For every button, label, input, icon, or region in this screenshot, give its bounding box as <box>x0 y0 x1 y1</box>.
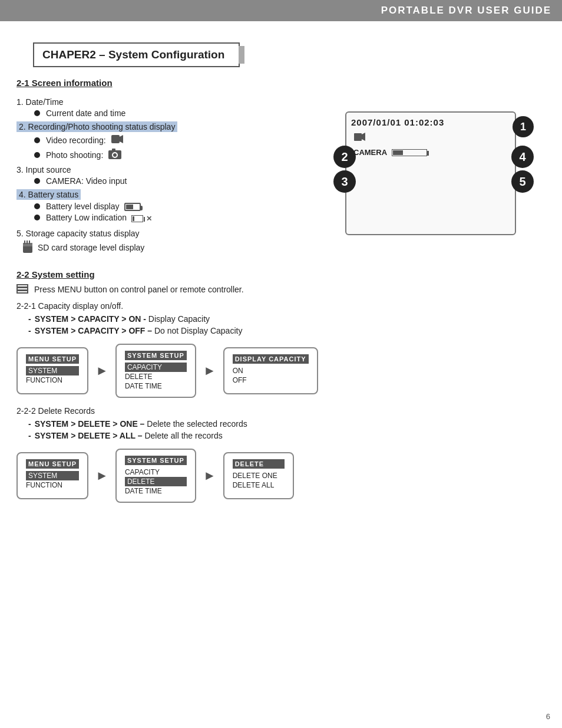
section-22-heading: 2-2 System setting <box>16 269 546 279</box>
svg-marker-1 <box>120 135 123 143</box>
menu-box-1: MENU SETUP SYSTEM FUNCTION <box>16 347 88 394</box>
menu-box-6: DELETE DELETE ONE DELETE ALL <box>223 452 294 499</box>
item-4-title: 4. Battery status <box>16 189 322 200</box>
photo-shooting-icon <box>108 148 122 162</box>
delete-one-item: - SYSTEM > DELETE > ONE – Delete the sel… <box>28 419 546 429</box>
menu-box-4: MENU SETUP SYSTEM FUNCTION <box>16 452 88 499</box>
bullet-dot <box>34 137 40 143</box>
battery-low-icon: ✕ <box>131 213 152 222</box>
capacity-on-item: - SYSTEM > CAPACITY > ON - Display Capac… <box>28 314 546 324</box>
bullet-dot <box>34 215 40 220</box>
menu-box-2: SYSTEM SETUP CAPACITY DELETE DATE TIME <box>115 344 196 398</box>
chapter-title: CHAPER2 – System Configuration <box>33 42 240 67</box>
svg-rect-11 <box>354 133 362 141</box>
battery-level-icon <box>124 202 141 211</box>
page-header: PORTABLE DVR USER GUIDE <box>0 0 562 21</box>
item-4-bullet-level: Battery level display <box>34 202 322 211</box>
screen-num-2: 2 <box>333 146 356 168</box>
svg-point-4 <box>113 153 117 157</box>
left-column: 1. Date/Time Current date and time 2. Re… <box>16 94 322 258</box>
arrow-3: ► <box>95 468 108 483</box>
camera-label: CAMERA <box>353 148 387 157</box>
svg-rect-16 <box>18 291 27 292</box>
menu-box-5: SYSTEM SETUP CAPACITY DELETE DATE TIME <box>115 449 196 503</box>
svg-rect-8 <box>24 241 25 244</box>
menu-diagram-1: MENU SETUP SYSTEM FUNCTION ► SYSTEM SETU… <box>16 344 546 398</box>
arrow-1: ► <box>95 363 108 378</box>
datetime-display: 2007/01/01 01:02:03 <box>351 117 444 127</box>
menu-diagram-2: MENU SETUP SYSTEM FUNCTION ► SYSTEM SETU… <box>16 449 546 503</box>
video-recording-icon <box>111 134 124 146</box>
menu-press-row: Press MENU button on control panel or re… <box>16 284 546 295</box>
svg-rect-15 <box>18 288 27 289</box>
item-2-bullet-video: Video recording: <box>34 134 322 146</box>
svg-rect-10 <box>29 241 30 244</box>
sd-card-icon <box>22 241 33 255</box>
dvr-screen-diagram: 2007/01/01 01:02:03 CAMERA <box>333 94 546 258</box>
svg-rect-14 <box>18 285 27 286</box>
svg-rect-5 <box>112 149 115 151</box>
svg-rect-9 <box>27 241 28 244</box>
delete-all-item: - SYSTEM > DELETE > ALL – Delete all the… <box>28 431 546 440</box>
screen-video-icon <box>353 132 366 143</box>
item-2-title: 2. Recording/Photo shooting status displ… <box>16 121 322 132</box>
bullet-dot <box>34 152 40 158</box>
svg-marker-12 <box>362 133 365 141</box>
screen-num-3: 3 <box>333 170 356 193</box>
menu-box-3: DISPLAY CAPACITY ON OFF <box>223 347 318 394</box>
bullet-dot <box>34 178 40 184</box>
sub-section-222: 2-2-2 Delete Records <box>16 406 546 416</box>
bullet-dot <box>34 203 40 209</box>
capacity-off-item: - SYSTEM > CAPACITY > OFF – Do not Displ… <box>28 326 546 335</box>
screen-num-1: 1 <box>513 116 534 137</box>
item-3-title: 3. Input source <box>16 165 322 174</box>
page-number: 6 <box>546 712 550 721</box>
screen-num-4: 4 <box>511 146 534 168</box>
item-2-bullet-photo: Photo shooting: <box>34 148 322 162</box>
arrow-4: ► <box>203 468 216 483</box>
menu-icon <box>16 284 28 295</box>
sub-section-221: 2-2-1 Capacity display on/off. <box>16 301 546 311</box>
item-3-bullet: CAMERA: Video input <box>34 176 322 186</box>
screen-battery-bar <box>392 149 427 156</box>
svg-rect-0 <box>111 135 120 143</box>
screen-num-5: 5 <box>511 170 534 193</box>
bullet-dot <box>34 110 40 116</box>
item-5-title: 5. Storage capacity status display <box>16 229 322 238</box>
section-21-heading: 2-1 Screen information <box>16 78 546 88</box>
arrow-2: ► <box>203 363 216 378</box>
item-4-bullet-low: Battery Low indication ✕ <box>34 213 322 222</box>
header-title: PORTABLE DVR USER GUIDE <box>381 5 551 16</box>
item-5-bullet: SD card storage level display <box>22 241 322 255</box>
item-1-title: 1. Date/Time <box>16 97 322 107</box>
item-1-bullet: Current date and time <box>34 108 322 118</box>
